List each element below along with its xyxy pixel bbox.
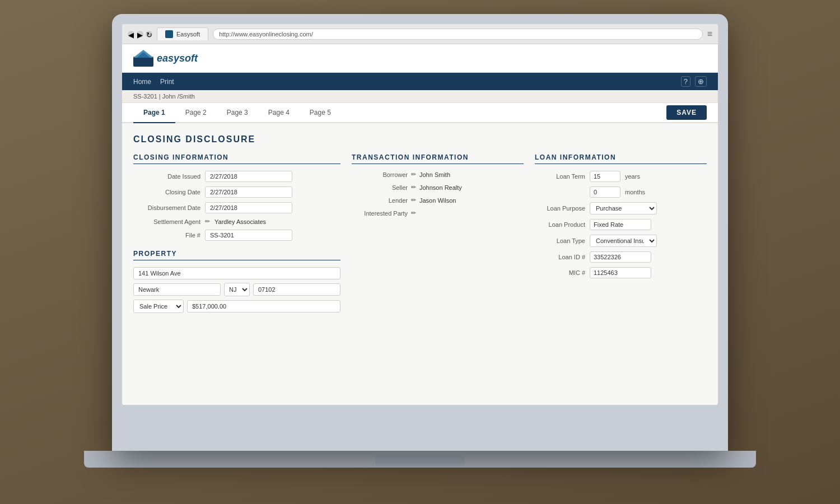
nav-bar: Home Print ? ⊕ <box>122 73 718 90</box>
save-button[interactable]: SAVE <box>666 105 707 120</box>
property-zip-input[interactable] <box>253 283 340 296</box>
loan-id-row: Loan ID # <box>535 251 707 263</box>
transaction-info-title: TRANSACTION INFORMATION <box>352 153 524 164</box>
file-number-input[interactable] <box>205 230 292 241</box>
settings-button[interactable]: ⊕ <box>695 76 707 87</box>
sale-amount-input[interactable] <box>187 300 340 312</box>
loan-purpose-row: Loan Purpose Purchase Refinance <box>535 202 707 214</box>
property-section: PROPERTY NJ NY CA <box>133 250 340 313</box>
loan-term-years-input[interactable] <box>590 171 620 182</box>
loan-term-label: Loan Term <box>535 173 585 180</box>
laptop-base <box>84 451 756 468</box>
loan-type-row: Loan Type Conventional Insured FHA VA <box>535 235 707 247</box>
loan-info-title: LOAN INFORMATION <box>535 153 707 164</box>
transaction-info-column: TRANSACTION INFORMATION Borrower ✏ John … <box>352 153 524 313</box>
logo-text: easysoft <box>157 53 198 64</box>
forward-button[interactable]: ▶ <box>137 31 143 38</box>
breadcrumb: SS-3201 | John /Smith <box>133 93 195 100</box>
loan-term-months-input[interactable] <box>590 186 620 198</box>
loan-term-months-unit: months <box>625 189 645 195</box>
tab-page4[interactable]: Page 4 <box>258 103 300 123</box>
file-number-row: File # <box>133 230 340 241</box>
tab-label: Easysoft <box>176 31 200 38</box>
property-city-input[interactable] <box>133 283 221 296</box>
closing-date-input[interactable] <box>205 186 292 198</box>
lender-row: Lender ✏ Jason Wilson <box>352 197 524 204</box>
date-issued-label: Date Issued <box>133 173 200 180</box>
browser-controls: ◀ ▶ ↻ <box>128 31 152 38</box>
url-text: http://www.easyonlineclosing.com/ <box>219 31 313 38</box>
nav-icons: ? ⊕ <box>681 76 707 87</box>
laptop-trackpad[interactable] <box>375 455 465 465</box>
browser-screen: ◀ ▶ ↻ Easysoft http://www.easyonlineclos… <box>122 24 718 405</box>
interested-party-row: Interested Party ✏ <box>352 209 524 217</box>
sale-type-select[interactable]: Sale Price List Price <box>133 300 184 313</box>
mic-input[interactable] <box>590 267 651 278</box>
sale-price-row: Sale Price List Price <box>133 300 340 313</box>
seller-row: Seller ✏ Johnson Realty <box>352 184 524 191</box>
browser-bar: ◀ ▶ ↻ Easysoft http://www.easyonlineclos… <box>122 24 718 44</box>
borrower-edit-icon[interactable]: ✏ <box>411 171 416 178</box>
property-city-row: NJ NY CA <box>133 283 340 296</box>
back-button[interactable]: ◀ <box>128 31 134 38</box>
disbursement-date-label: Disbursement Date <box>133 204 200 211</box>
browser-menu-icon[interactable]: ≡ <box>707 29 712 39</box>
easysoft-logo-icon <box>133 50 153 67</box>
tab-page5[interactable]: Page 5 <box>300 103 341 123</box>
borrower-row: Borrower ✏ John Smith <box>352 171 524 178</box>
loan-product-row: Loan Product <box>535 219 707 230</box>
seller-value: Johnson Realty <box>419 184 462 191</box>
property-state-select[interactable]: NJ NY CA <box>224 283 250 296</box>
mic-row: MIC # <box>535 267 707 278</box>
logo-bar: easysoft <box>122 44 718 73</box>
logo-area: easysoft <box>133 50 707 67</box>
interested-party-label: Interested Party <box>352 210 408 217</box>
app-content: easysoft Home Print ? ⊕ SS-3201 <box>122 44 718 405</box>
seller-label: Seller <box>352 184 408 191</box>
loan-type-label: Loan Type <box>535 237 585 244</box>
loan-purpose-label: Loan Purpose <box>535 205 585 212</box>
file-number-label: File # <box>133 232 200 239</box>
tab-favicon <box>165 30 173 38</box>
seller-edit-icon[interactable]: ✏ <box>411 184 416 191</box>
tab-page2[interactable]: Page 2 <box>175 103 217 123</box>
nav-links: Home Print <box>133 78 174 86</box>
closing-info-title: CLOSING INFORMATION <box>133 153 340 164</box>
tab-page3[interactable]: Page 3 <box>217 103 258 123</box>
borrower-label: Borrower <box>352 171 408 178</box>
loan-term-years-unit: years <box>625 173 640 180</box>
refresh-button[interactable]: ↻ <box>146 31 152 38</box>
loan-id-input[interactable] <box>590 251 651 263</box>
property-section-title: PROPERTY <box>133 250 340 260</box>
address-bar[interactable]: http://www.easyonlineclosing.com/ <box>213 29 702 40</box>
disbursement-date-input[interactable] <box>205 202 292 213</box>
property-address-input[interactable] <box>133 267 340 279</box>
settlement-agent-value: Yardley Associates <box>214 218 266 225</box>
settlement-agent-edit-icon[interactable]: ✏ <box>205 218 210 225</box>
loan-info-column: LOAN INFORMATION Loan Term years months <box>535 153 707 313</box>
help-button[interactable]: ? <box>681 76 690 87</box>
borrower-value: John Smith <box>419 171 450 178</box>
lender-edit-icon[interactable]: ✏ <box>411 197 416 204</box>
browser-tab[interactable]: Easysoft <box>157 27 208 40</box>
loan-term-months-row: months <box>535 186 707 198</box>
nav-print[interactable]: Print <box>160 78 174 86</box>
loan-type-select[interactable]: Conventional Insured FHA VA <box>590 235 657 247</box>
interested-party-edit-icon[interactable]: ✏ <box>411 209 416 217</box>
closing-date-label: Closing Date <box>133 189 200 195</box>
disbursement-date-row: Disbursement Date <box>133 202 340 213</box>
loan-product-input[interactable] <box>590 219 651 230</box>
loan-term-row: Loan Term years <box>535 171 707 182</box>
page-title: CLOSING DISCLOSURE <box>133 134 707 144</box>
laptop-frame: ◀ ▶ ↻ Easysoft http://www.easyonlineclos… <box>112 14 728 451</box>
nav-home[interactable]: Home <box>133 78 151 86</box>
date-issued-row: Date Issued <box>133 171 340 182</box>
lender-label: Lender <box>352 197 408 204</box>
loan-purpose-select[interactable]: Purchase Refinance <box>590 202 657 214</box>
loan-id-label: Loan ID # <box>535 254 585 260</box>
tab-page1[interactable]: Page 1 <box>133 103 175 123</box>
page-content: CLOSING DISCLOSURE CLOSING INFORMATION D… <box>122 123 718 324</box>
tabs-bar: Page 1 Page 2 Page 3 Page 4 Page 5 SAVE <box>122 103 718 123</box>
breadcrumb-bar: SS-3201 | John /Smith <box>122 90 718 103</box>
date-issued-input[interactable] <box>205 171 292 182</box>
